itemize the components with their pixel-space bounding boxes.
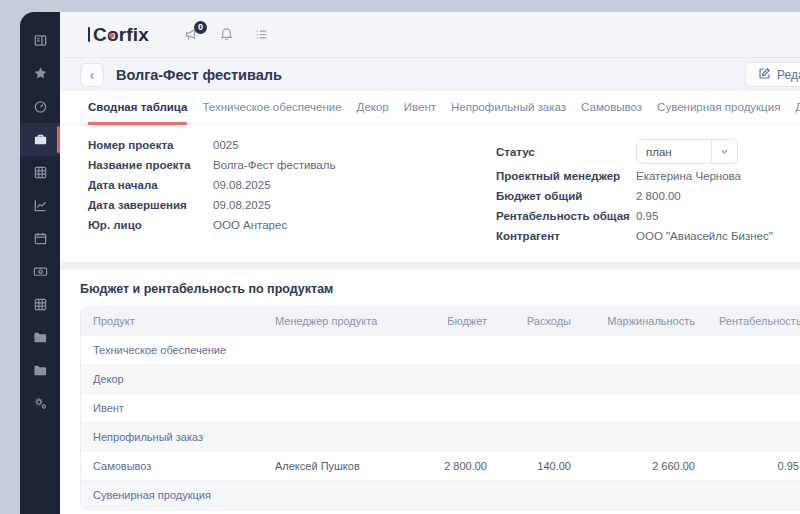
cell-manager: Алексей Пушков <box>263 452 413 481</box>
product-link[interactable]: Декор <box>81 365 263 394</box>
cell-profitability <box>707 394 800 423</box>
field-value: 09.08.2025 <box>213 179 271 191</box>
field-label: Дата начала <box>88 179 213 191</box>
cell-expenses: 140.00 <box>499 452 583 481</box>
cell-manager <box>263 336 413 365</box>
col-expenses: Расходы <box>499 307 583 336</box>
tab-bar: Сводная таблица Техническое обеспечение … <box>60 91 800 125</box>
cell-profitability <box>707 423 800 452</box>
cell-manager <box>263 423 413 452</box>
tab-event[interactable]: Ивент <box>404 91 436 125</box>
field-project-number: Номер проекта 0025 <box>88 139 496 151</box>
tab-contracts[interactable]: Договоры <box>795 91 800 125</box>
cell-margin <box>583 394 707 423</box>
tab-noncore-order[interactable]: Непрофильный заказ <box>451 91 566 125</box>
project-details: Номер проекта 0025 Название проекта Волг… <box>60 125 800 250</box>
tab-pickup[interactable]: Самовывоз <box>581 91 642 125</box>
table-header-row: Продукт Менеджер продукта Бюджет Расходы… <box>81 307 800 336</box>
edit-icon <box>758 67 771 83</box>
status-select-value: план <box>637 140 711 163</box>
sidebar-item-tables[interactable] <box>20 288 60 321</box>
products-table: Продукт Менеджер продукта Бюджет Расходы… <box>80 306 800 510</box>
product-link[interactable]: Ивент <box>81 394 263 423</box>
sidebar-item-projects[interactable] <box>20 123 60 156</box>
table-row: Декор <box>81 365 800 394</box>
field-label: Номер проекта <box>88 139 213 151</box>
cell-budget <box>413 423 499 452</box>
field-legal-entity: Юр. лицо ООО Антарес <box>88 219 496 231</box>
calendar-icon <box>33 231 48 246</box>
field-total-budget: Бюджет общий 2 800.00 <box>496 190 800 202</box>
section-divider <box>60 262 800 270</box>
briefcase-icon <box>33 132 48 147</box>
cell-margin <box>583 365 707 394</box>
sidebar-item-finance[interactable] <box>20 255 60 288</box>
chevron-down-icon <box>711 140 737 163</box>
field-value: Екатерина Чернова <box>636 170 741 182</box>
money-icon <box>33 264 48 279</box>
cell-expenses <box>499 423 583 452</box>
cell-budget: 2 800.00 <box>413 452 499 481</box>
logo-text: Corfix <box>93 25 149 44</box>
grid-icon <box>33 165 48 180</box>
product-link[interactable]: Техническое обеспечение <box>81 336 263 365</box>
sidebar-item-registry[interactable] <box>20 156 60 189</box>
sidebar-item-settings[interactable] <box>20 387 60 420</box>
table-row: Сувенирная продукция <box>81 481 800 510</box>
back-button[interactable]: ‹ <box>80 63 104 87</box>
field-value: 0025 <box>213 139 239 151</box>
chevron-left-icon: ‹ <box>90 68 95 82</box>
sidebar-item-favorites[interactable] <box>20 57 60 90</box>
product-link[interactable]: Непрофильный заказ <box>81 423 263 452</box>
edit-button[interactable]: Редактировать <box>745 62 800 87</box>
field-status: Статус план <box>496 139 800 164</box>
tab-tech-support[interactable]: Техническое обеспечение <box>202 91 341 125</box>
field-start-date: Дата начала 09.08.2025 <box>88 179 496 191</box>
table-row: Техническое обеспечение <box>81 336 800 365</box>
cell-expenses <box>499 365 583 394</box>
tab-decor[interactable]: Декор <box>357 91 389 125</box>
status-select[interactable]: план <box>636 139 738 164</box>
chart-line-icon <box>33 198 48 213</box>
details-left-column: Номер проекта 0025 Название проекта Волг… <box>88 139 496 250</box>
col-margin: Маржинальность <box>583 307 707 336</box>
news-icon <box>33 33 48 48</box>
sidebar-item-documents[interactable] <box>20 321 60 354</box>
logo[interactable]: Corfix <box>88 25 149 44</box>
sidebar-item-files[interactable] <box>20 354 60 387</box>
topbar-icons: 0 <box>183 27 269 43</box>
dashboard-icon <box>33 99 48 114</box>
field-label: Контрагент <box>496 230 636 242</box>
notifications-badge: 0 <box>194 21 207 34</box>
cell-manager <box>263 394 413 423</box>
app-window: Corfix 0 ‹ Волга-Фест фестиваль <box>20 12 800 514</box>
field-end-date: Дата завершения 09.08.2025 <box>88 199 496 211</box>
cell-profitability: 0.95 <box>707 452 800 481</box>
field-counterparty: Контрагент ООО "Авиасейлс Бизнес" <box>496 230 800 242</box>
field-label: Статус <box>496 146 636 158</box>
sidebar-item-calendar[interactable] <box>20 222 60 255</box>
page-title: Волга-Фест фестиваль <box>116 67 282 83</box>
field-value: ООО "Авиасейлс Бизнес" <box>636 230 773 242</box>
sidebar-item-news[interactable] <box>20 24 60 57</box>
sidebar-item-analytics[interactable] <box>20 189 60 222</box>
tab-summary[interactable]: Сводная таблица <box>88 91 187 125</box>
announcements-icon[interactable]: 0 <box>183 27 199 43</box>
budget-section: Бюджет и рентабельность по продуктам Про… <box>60 270 800 510</box>
product-link[interactable]: Самовывоз <box>81 452 263 481</box>
field-project-name: Название проекта Волга-Фест фестиваль <box>88 159 496 171</box>
folder-icon <box>33 330 48 345</box>
field-value: Волга-Фест фестиваль <box>213 159 335 171</box>
sidebar-item-dashboard[interactable] <box>20 90 60 123</box>
folder-icon-2 <box>33 363 48 378</box>
field-value: 2 800.00 <box>636 190 681 202</box>
table-row: Самовывоз Алексей Пушков 2 800.00 140.00… <box>81 452 800 481</box>
cell-margin: 2 660.00 <box>583 452 707 481</box>
product-link[interactable]: Сувенирная продукция <box>81 481 263 510</box>
edit-button-label: Редактировать <box>777 68 800 82</box>
task-list-icon[interactable] <box>254 27 269 42</box>
bell-icon[interactable] <box>219 27 234 42</box>
star-icon <box>33 66 48 81</box>
tab-souvenirs[interactable]: Сувенирная продукция <box>657 91 780 125</box>
field-total-profitability: Рентабельность общая 0.95 <box>496 210 800 222</box>
